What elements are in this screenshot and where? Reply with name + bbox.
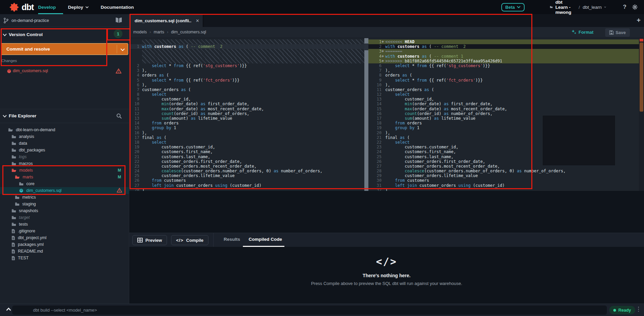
code-line-left[interactable]: 10 min(order_date) as first_order_date, bbox=[129, 102, 364, 106]
compile-button[interactable]: </> Compile bbox=[171, 235, 208, 245]
preview-button[interactable]: Preview bbox=[132, 235, 167, 245]
code-line-left[interactable]: 17final as ( bbox=[129, 135, 364, 140]
diff-left-pane[interactable]: 1with customers as ( -- comment 22 selec… bbox=[129, 38, 364, 191]
file-tree-item[interactable]: dim_customers.sql bbox=[0, 187, 129, 194]
code-line-left[interactable]: 4orders as ( bbox=[129, 73, 364, 78]
code-line-right[interactable]: 9 select * from {{ ref('fct_orders')}} bbox=[368, 78, 639, 83]
code-line-left[interactable]: 12 count(order_id) as number_of_orders, bbox=[129, 111, 364, 116]
code-line-left[interactable] bbox=[129, 39, 364, 44]
diff-right-pane[interactable]: 1+<<<<<<< HEAD2with customers as ( -- co… bbox=[368, 38, 639, 191]
file-tree-item[interactable]: staging bbox=[0, 201, 129, 207]
code-line-right[interactable]: 8orders as ( bbox=[368, 73, 639, 78]
code-line-left[interactable]: 19 customers.customer_id, bbox=[129, 145, 364, 149]
code-line-left[interactable]: 16), bbox=[129, 131, 364, 135]
code-line-left[interactable]: 9 customer_id, bbox=[129, 97, 364, 102]
code-line-right[interactable]: 13 customer_id, bbox=[368, 97, 639, 102]
code-line-left[interactable]: 26 from customers bbox=[129, 178, 364, 183]
code-line-right[interactable]: 14 min(order_date) as first_order_date, bbox=[368, 102, 639, 106]
code-line-left[interactable]: 22 customer_orders.first_order_date, bbox=[129, 159, 364, 164]
file-tree-item[interactable]: README.md bbox=[0, 248, 129, 255]
code-line-left[interactable]: 8 select bbox=[129, 92, 364, 97]
file-tree-item[interactable]: .gitignore bbox=[0, 228, 129, 234]
breadcrumb-item[interactable]: marts bbox=[153, 30, 164, 34]
code-line-right[interactable]: 16 count(order_id) as number_of_orders, bbox=[368, 111, 639, 116]
nav-item-documentation[interactable]: Documentation bbox=[101, 5, 134, 10]
file-tree-item[interactable]: dbt-learn-on-demand bbox=[0, 126, 129, 133]
left-pane-scrollbar[interactable] bbox=[364, 38, 368, 191]
command-input[interactable]: dbt build --select <model_name> bbox=[12, 306, 607, 315]
code-line-right[interactable]: 32) bbox=[368, 188, 639, 191]
help-button[interactable]: ? bbox=[623, 4, 626, 10]
code-line-left[interactable]: 11 max(order_date) as most_recent_order_… bbox=[129, 107, 364, 111]
code-line-left[interactable]: 23 customer_orders.most_recent_order_dat… bbox=[129, 164, 364, 169]
diff-editor[interactable]: 1with customers as ( -- comment 22 selec… bbox=[129, 38, 644, 191]
code-line-left[interactable]: 13 sum(amount) as lifetime_value bbox=[129, 116, 364, 121]
beta-dropdown[interactable]: Beta bbox=[501, 3, 525, 11]
project-breadcrumb[interactable]: dbt Learn - mwong / dbt_learn bbox=[550, 0, 606, 15]
code-line-right[interactable]: 11customer_orders as ( bbox=[368, 87, 639, 92]
settings-gear-icon[interactable] bbox=[632, 4, 638, 10]
search-icon[interactable] bbox=[116, 113, 122, 119]
file-tree-item[interactable]: analysis bbox=[0, 133, 129, 140]
commit-and-resolve-button[interactable]: Commit and resolve bbox=[1, 43, 128, 55]
code-line-right[interactable]: 28 coalesce(customer_orders.number_of_or… bbox=[368, 169, 639, 173]
file-explorer-header[interactable]: File Explorer bbox=[0, 109, 129, 123]
code-line-right[interactable]: 15 max(order_date) as most_recent_order_… bbox=[368, 107, 639, 111]
chevron-down-icon[interactable] bbox=[120, 48, 125, 51]
code-line-left[interactable]: 2 select * from {{ ref('stg_customers')}… bbox=[129, 63, 364, 68]
file-tree-item[interactable]: modelsM bbox=[0, 167, 129, 174]
docs-book-icon[interactable] bbox=[115, 17, 122, 23]
file-tree-item[interactable]: macros bbox=[0, 160, 129, 167]
code-line-left[interactable]: 3), bbox=[129, 68, 364, 73]
file-tree-item[interactable]: martsM bbox=[0, 174, 129, 180]
code-line-right[interactable]: 31 left join customer_orders using (cust… bbox=[368, 183, 639, 188]
file-tree-item[interactable]: TEST bbox=[0, 255, 129, 261]
nav-item-deploy[interactable]: Deploy bbox=[68, 5, 89, 10]
breadcrumb-item[interactable]: dim_customers.sql bbox=[171, 30, 206, 34]
file-tree-item[interactable]: dbt_packages bbox=[0, 147, 129, 153]
format-button[interactable]: Format bbox=[571, 29, 593, 35]
code-line-left[interactable]: 6), bbox=[129, 83, 364, 87]
new-tab-button[interactable]: + bbox=[637, 17, 641, 24]
code-line-right[interactable]: 2with customers as ( -- comment 2 bbox=[368, 44, 639, 49]
code-line-left[interactable]: 21 customers.last_name, bbox=[129, 154, 364, 159]
branch-row[interactable]: on-demand-practice bbox=[0, 14, 129, 27]
code-line-right[interactable]: 6 select * from {{ ref('stg_customers')}… bbox=[368, 63, 639, 68]
code-line-right[interactable]: 5+>>>>>>> b81f802a66fd544504c65721e3ffaa… bbox=[368, 59, 639, 63]
code-line-left[interactable] bbox=[129, 59, 364, 63]
tab-dim-customers[interactable]: dim_customers.sql (confli... ✕ bbox=[129, 14, 203, 27]
code-line-right[interactable]: 1+<<<<<<< HEAD bbox=[368, 39, 639, 44]
chevron-up-icon[interactable] bbox=[6, 308, 11, 311]
scrollbar-thumb[interactable] bbox=[640, 42, 643, 112]
file-tree-item[interactable]: data bbox=[0, 140, 129, 147]
code-line-left[interactable]: 18 select bbox=[129, 140, 364, 145]
code-line-left[interactable]: 20 customers.first_name, bbox=[129, 149, 364, 154]
tab-results[interactable]: Results bbox=[224, 237, 240, 242]
code-line-left[interactable]: 1with customers as ( -- comment 2 bbox=[129, 44, 364, 49]
version-control-header[interactable]: Version Control bbox=[0, 28, 129, 42]
file-tree-item[interactable]: dbt_project.yml bbox=[0, 234, 129, 241]
nav-item-develop[interactable]: Develop bbox=[38, 5, 56, 10]
code-line-left[interactable] bbox=[129, 49, 364, 54]
changed-file-row[interactable]: dim_customers.sql bbox=[0, 67, 129, 75]
code-line-left[interactable]: 28) bbox=[129, 188, 364, 191]
code-line-right[interactable]: 12 select bbox=[368, 92, 639, 97]
file-tree-item[interactable]: packages.yml bbox=[0, 241, 129, 248]
file-tree-item[interactable]: metrics bbox=[0, 194, 129, 201]
file-tree-item[interactable]: logs bbox=[0, 153, 129, 160]
file-tree-item[interactable]: snapshots bbox=[0, 207, 129, 214]
file-tree-item[interactable]: target bbox=[0, 214, 129, 221]
code-line-right[interactable]: 7), bbox=[368, 68, 639, 73]
tab-compiled-code[interactable]: Compiled Code bbox=[249, 237, 282, 242]
code-line-left[interactable]: 14 from orders bbox=[129, 121, 364, 125]
code-line-left[interactable] bbox=[129, 54, 364, 59]
close-icon[interactable]: ✕ bbox=[196, 18, 199, 23]
breadcrumb-item[interactable]: models bbox=[133, 30, 147, 34]
dbt-logo[interactable]: dbt bbox=[9, 2, 34, 12]
code-line-left[interactable]: 5 select * from {{ ref('fct_orders')}} bbox=[129, 78, 364, 83]
file-tree-item[interactable]: core bbox=[0, 180, 129, 187]
kebab-menu-icon[interactable]: ⋮ bbox=[636, 306, 641, 313]
file-tree-item[interactable]: tests bbox=[0, 221, 129, 228]
save-button[interactable]: Save bbox=[605, 28, 630, 37]
code-line-left[interactable]: 7customer_orders as ( bbox=[129, 87, 364, 92]
